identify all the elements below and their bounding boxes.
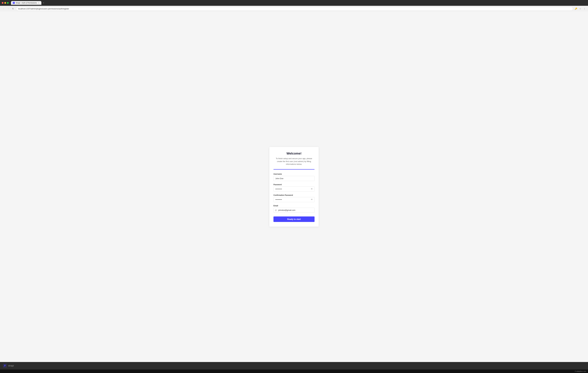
email-group: Email @ — [273, 205, 315, 213]
username-input[interactable] — [273, 176, 315, 181]
nav-buttons: ← → ↻ — [2, 7, 15, 11]
address-input[interactable] — [16, 7, 573, 10]
register-header: Welcome! To finish setup and secure your… — [273, 152, 315, 166]
traffic-lights — [2, 2, 9, 4]
password-toggle-button[interactable]: 👁 — [311, 187, 313, 190]
email-prefix-icon: @ — [275, 209, 277, 211]
back-button[interactable]: ← — [2, 7, 6, 11]
star-icon[interactable]: ☆ — [578, 7, 582, 10]
confirm-password-label: Confirmation Password — [273, 194, 315, 196]
password-input-wrapper: 👁 — [273, 186, 315, 192]
browser-footer: strapi — [0, 362, 588, 370]
refresh-icon: ↻ — [12, 8, 14, 10]
back-icon: ← — [3, 8, 5, 10]
confirm-password-toggle-button[interactable]: 👁 — [311, 198, 313, 201]
tab-title: Strapi - Auth & Permissions — [16, 2, 37, 4]
submit-button[interactable]: Ready to start — [273, 217, 315, 222]
confirm-password-input-wrapper: 👁 — [273, 197, 315, 202]
active-tab[interactable]: S Strapi - Auth & Permissions × — [11, 1, 41, 5]
new-tab-button[interactable]: + — [42, 1, 45, 5]
register-container: Welcome! To finish setup and secure your… — [269, 147, 319, 227]
tab-bar: S Strapi - Auth & Permissions × + — [10, 1, 47, 5]
copyright-bar: © adapttive.com — [0, 370, 588, 373]
confirm-password-group: Confirmation Password 👁 — [273, 194, 315, 202]
form-divider — [273, 169, 315, 170]
forward-icon: → — [7, 8, 10, 10]
minimize-window-button[interactable] — [4, 2, 6, 4]
page-title: Welcome! — [273, 152, 315, 155]
tab-close-button[interactable]: × — [38, 2, 40, 4]
brand-name: strapi — [8, 364, 14, 367]
username-group: Username — [273, 173, 315, 181]
register-form: Username Password 👁 Confirmation Passwor… — [273, 173, 315, 222]
confirm-password-input[interactable] — [273, 197, 315, 202]
browser-chrome: S Strapi - Auth & Permissions × + ← → ↻ … — [0, 0, 588, 11]
browser-actions: 🔑 ☆ ⋮ — [574, 7, 586, 10]
password-label: Password — [273, 184, 315, 186]
forward-button[interactable]: → — [6, 7, 10, 11]
close-window-button[interactable] — [2, 2, 3, 4]
copyright-text: © adapttive.com — [575, 370, 586, 372]
strapi-logo: strapi — [3, 364, 14, 368]
email-input-wrapper: @ — [273, 208, 315, 213]
email-input[interactable] — [273, 208, 315, 213]
page-subtitle: To finish setup and secure your app, ple… — [273, 157, 315, 166]
menu-icon[interactable]: ⋮ — [583, 7, 586, 10]
page-content: Welcome! To finish setup and secure your… — [0, 11, 588, 362]
address-bar-row: ← → ↻ 🔑 ☆ ⋮ — [0, 6, 588, 11]
title-bar: S Strapi - Auth & Permissions × + — [0, 0, 588, 6]
username-label: Username — [273, 173, 315, 175]
browser-content: Welcome! To finish setup and secure your… — [0, 11, 588, 370]
username-input-wrapper — [273, 176, 315, 181]
password-group: Password 👁 — [273, 184, 315, 192]
refresh-button[interactable]: ↻ — [11, 7, 15, 11]
maximize-window-button[interactable] — [7, 2, 9, 4]
tab-favicon: S — [13, 2, 15, 4]
password-input[interactable] — [273, 186, 315, 192]
email-label: Email — [273, 205, 315, 207]
key-icon[interactable]: 🔑 — [574, 7, 578, 10]
strapi-icon — [3, 364, 7, 368]
